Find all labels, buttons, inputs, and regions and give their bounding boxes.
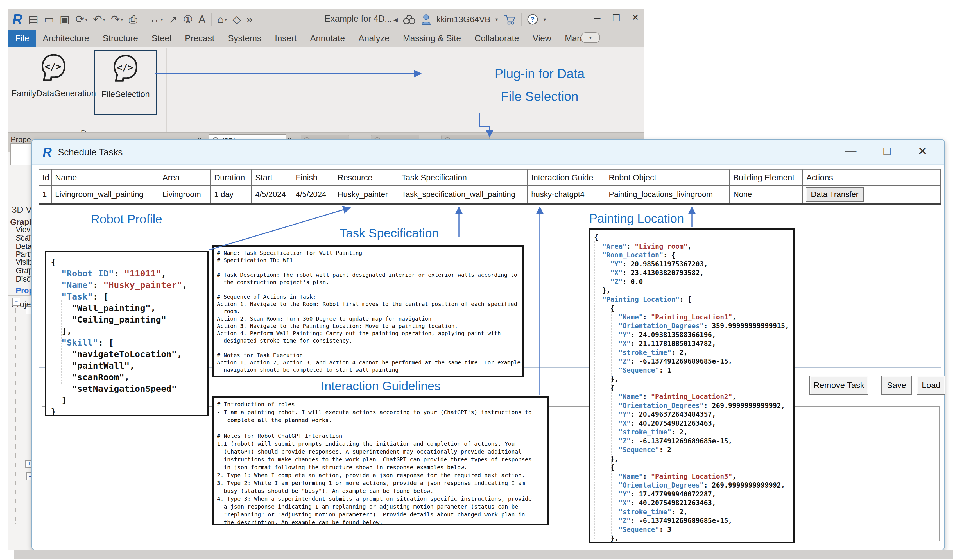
- ribbon-tab[interactable]: Architecture: [36, 30, 96, 47]
- column-header: Area: [159, 169, 211, 185]
- tasks-table-header: Id Name Area Duration Start Finish Resou…: [39, 169, 941, 185]
- sidebar-item[interactable]: 3D V: [12, 205, 31, 215]
- home-3d-icon[interactable]: ⌂▾: [217, 11, 227, 28]
- sidebar-item[interactable]: Prope: [16, 286, 31, 295]
- cell-interaction-guide: husky-chatgpt4: [528, 185, 605, 203]
- dimension-icon[interactable]: ↗: [169, 11, 178, 28]
- ribbon-tab[interactable]: Structure: [96, 30, 145, 47]
- task-table-row[interactable]: 1 Livingroom_wall_painting Livingroom 1 …: [39, 185, 941, 203]
- remove-task-button[interactable]: Remove Task: [809, 376, 869, 395]
- background-window-edge: [14, 550, 953, 560]
- help-dropdown-caret[interactable]: ▾: [543, 16, 546, 22]
- ui-toggle-icon[interactable]: ▤: [28, 11, 38, 28]
- print-icon[interactable]: ⎙: [129, 11, 137, 28]
- view-marker-icon[interactable]: ◇: [233, 11, 241, 28]
- measure-icon[interactable]: ↔▾: [149, 11, 163, 28]
- account-dropdown-caret[interactable]: ▾: [495, 16, 498, 22]
- cell-building-element: None: [730, 185, 803, 203]
- family-data-generation-button[interactable]: </> FamilyDataGeneration: [16, 50, 92, 113]
- robot-profile-json-box: { "Robot_ID": "11011", "Name": "Husky_pa…: [45, 251, 208, 416]
- tag-icon[interactable]: ①: [183, 11, 193, 28]
- toolbar-separator: [143, 13, 143, 25]
- file-selection-button[interactable]: </> FileSelection: [94, 50, 157, 115]
- robot-profile-json: { "Robot_ID": "11011", "Name": "Husky_pa…: [46, 252, 207, 421]
- open-icon[interactable]: ▭: [44, 11, 54, 28]
- maximize-button[interactable]: □: [613, 11, 620, 23]
- indent-guide: [611, 308, 612, 539]
- ribbon-tab[interactable]: Precast: [178, 30, 221, 47]
- user-avatar-icon[interactable]: [421, 14, 431, 25]
- ribbon-tab[interactable]: View: [526, 30, 558, 47]
- interaction-guidelines-text: # Introduction of roles - I am a paintin…: [214, 397, 548, 529]
- dialog-window-controls: — □ ✕: [845, 144, 927, 158]
- ribbon-tab-bar: FileArchitectureStructureSteelPrecastSys…: [8, 30, 643, 47]
- dev-panel: </> FamilyDataGeneration </> FileSelecti…: [10, 48, 167, 139]
- ribbon-cycle-icon[interactable]: »: [572, 33, 577, 42]
- column-header: Robot Object: [605, 169, 730, 185]
- ribbon-display-toggle[interactable]: ▾: [581, 32, 600, 43]
- undo-icon[interactable]: ↶▾: [93, 11, 105, 28]
- ribbon-tab[interactable]: File: [8, 30, 36, 47]
- indent-guide: [61, 300, 61, 384]
- properties-palette-label: Prope: [11, 135, 31, 144]
- redo-icon[interactable]: ↷▾: [111, 11, 123, 28]
- more-icon[interactable]: »: [246, 11, 252, 28]
- callout-line: File Selection: [441, 85, 638, 108]
- callout-robot-profile: Robot Profile: [45, 211, 208, 227]
- search-binoculars-icon[interactable]: [403, 14, 416, 25]
- tree-collapse-icon[interactable]: −: [13, 298, 20, 306]
- column-header: Id: [39, 169, 52, 185]
- column-header: Resource: [334, 169, 398, 185]
- ribbon-tab[interactable]: Insert: [268, 30, 304, 47]
- revit-logo-icon[interactable]: R: [13, 11, 22, 28]
- sidebar-item[interactable]: Disc: [16, 275, 31, 285]
- text-icon[interactable]: A: [199, 11, 205, 28]
- ribbon-tab[interactable]: Massing & Site: [396, 30, 468, 47]
- cell-duration: 1 day: [211, 185, 252, 203]
- sync-icon[interactable]: ⟳▾: [75, 11, 88, 28]
- save-icon[interactable]: ▣: [59, 11, 70, 28]
- close-button[interactable]: ×: [632, 11, 639, 23]
- callout-task-specification: Task Specification: [281, 225, 498, 241]
- dialog-minimize-button[interactable]: —: [845, 144, 856, 158]
- data-transfer-button[interactable]: Data Transfer: [806, 187, 864, 202]
- ribbon-tab[interactable]: Steel: [145, 30, 178, 47]
- minimize-button[interactable]: –: [594, 11, 600, 23]
- screenshot-canvas: R▤▭▣⟳▾↶▾↷▾⎙↔▾↗①A⌂▾◇» Example for 4D... ◂…: [0, 0, 955, 560]
- titlebar-right-cluster: ◂ kkim13G64VB ▾: [393, 11, 546, 27]
- account-name[interactable]: kkim13G64VB: [437, 15, 490, 24]
- app-store-cart-icon[interactable]: [503, 14, 516, 25]
- ribbon-tab[interactable]: Annotate: [303, 30, 352, 47]
- ribbon-tab[interactable]: Collaborate: [468, 30, 526, 47]
- svg-text:</>: </>: [117, 62, 133, 73]
- revit-logo-icon: R: [43, 145, 52, 159]
- dialog-titlebar: R Schedule Tasks — □ ✕: [32, 140, 944, 165]
- button-label: FileSelection: [102, 89, 150, 99]
- load-button[interactable]: Load: [917, 376, 946, 395]
- ribbon-tab[interactable]: Analyze: [352, 30, 396, 47]
- ribbon-tab-extras: » ▾: [572, 32, 600, 43]
- callout-painting-location: Painting Location: [572, 211, 701, 226]
- cell-start: 4/5/2024: [252, 185, 292, 203]
- ribbon-tab[interactable]: Systems: [221, 30, 268, 47]
- help-icon[interactable]: ?: [527, 14, 539, 25]
- cell-task-specification: Task_specification_wall_painting: [398, 185, 528, 203]
- nav-back-icon[interactable]: ◂: [393, 15, 398, 25]
- tree-guide-line: [29, 313, 29, 476]
- task-specification-text-box: # Name: Task Specification for Wall Pain…: [212, 245, 524, 377]
- svg-text:?: ?: [531, 16, 535, 23]
- titlebar-separator: [521, 13, 521, 25]
- column-header: Finish: [292, 169, 334, 185]
- save-button[interactable]: Save: [881, 376, 912, 395]
- indent-guide: [594, 241, 595, 539]
- button-label: FamilyDataGeneration: [11, 89, 96, 98]
- revit-window-controls: – □ ×: [594, 11, 639, 23]
- dialog-close-button[interactable]: ✕: [917, 144, 927, 158]
- interaction-guidelines-text-box: # Introduction of roles - I am a paintin…: [212, 396, 549, 526]
- dialog-maximize-button[interactable]: □: [883, 144, 890, 158]
- column-header: Actions: [803, 169, 941, 185]
- cell-id: 1: [39, 185, 52, 203]
- column-header: Duration: [211, 169, 252, 185]
- cell-resource: Husky_painter: [334, 185, 398, 203]
- cell-actions: Data Transfer: [803, 185, 941, 203]
